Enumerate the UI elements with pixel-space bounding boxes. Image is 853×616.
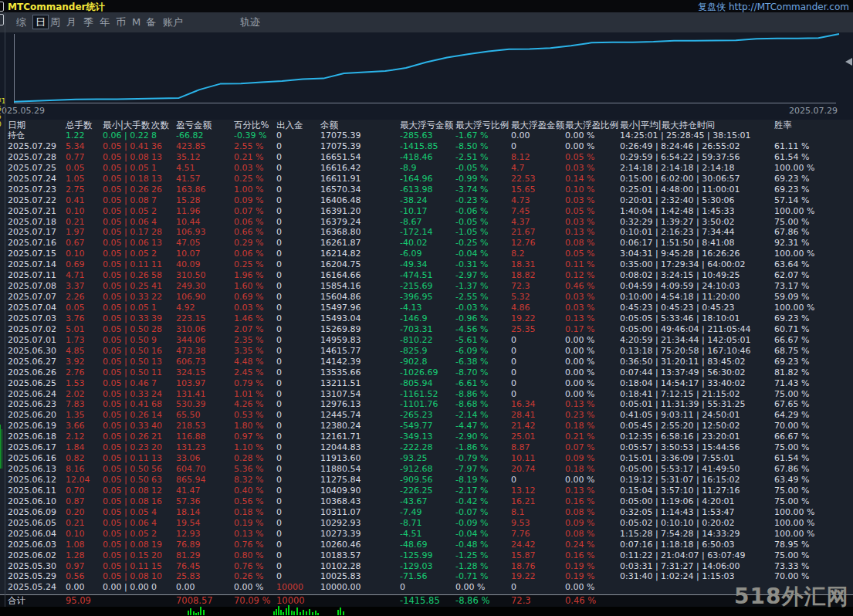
table-row[interactable]: 2025.06.090.200.05 | 0.05418.140.18 %010… bbox=[0, 507, 853, 518]
column-header[interactable]: 胜率 bbox=[774, 120, 853, 130]
menu-item-10[interactable]: 账户 bbox=[161, 15, 184, 29]
table-row[interactable]: 2025.07.171.970.05 | 0.1728106.930.66 %0… bbox=[0, 227, 853, 238]
table-row[interactable]: 持仓1.220.06 | 0.228-66.82-0.39 %017075.39… bbox=[0, 130, 853, 141]
column-header[interactable]: 最小|大手数 bbox=[103, 120, 151, 130]
table-row[interactable]: 2025.07.140.690.05 | 0.111140.090.25 %01… bbox=[0, 259, 853, 270]
table-row[interactable]: 2025.06.237.830.05 | 0.4168530.394.26 %0… bbox=[0, 399, 853, 410]
column-header[interactable]: 百分比% bbox=[234, 120, 276, 130]
table-cell: 0.00 bbox=[66, 582, 103, 593]
table-row[interactable]: 2025.07.295.340.05 | 0.4136423.852.55 %0… bbox=[0, 141, 853, 152]
menu-item-7[interactable]: 币 bbox=[114, 15, 127, 29]
table-row[interactable]: 2025.07.280.770.05 | 0.081335.120.21 %01… bbox=[0, 152, 853, 163]
table-row[interactable]: 2025.07.150.100.05 | 0.05210.070.06 %016… bbox=[0, 249, 853, 259]
table-cell: 0.05 | 0.50 bbox=[103, 346, 151, 357]
table-cell: 4.71 bbox=[66, 270, 103, 281]
table-row[interactable]: 2025.06.251.530.05 | 0.467103.970.79 %01… bbox=[0, 378, 853, 389]
table-row[interactable]: 2025.06.050.210.05 | 0.06419.540.19 %010… bbox=[0, 518, 853, 529]
table-row[interactable]: 2025.07.040.050.05 | 0.0514.920.03 %0154… bbox=[0, 303, 853, 313]
table-cell: -1415.85 bbox=[400, 595, 455, 607]
table-row[interactable]: 2025.07.180.210.05 | 0.06410.440.06 %016… bbox=[0, 217, 853, 228]
table-row[interactable]: 2025.06.1212.040.05 | 0.5063865.948.32 %… bbox=[0, 475, 853, 486]
table-cell: 16570.34 bbox=[320, 184, 400, 195]
table-cell: 4.85 bbox=[66, 346, 103, 357]
menu-item-6[interactable]: 年 bbox=[98, 15, 111, 29]
table-cell: 0:03:31 | 7:31:27 | 14:06:00 bbox=[620, 561, 774, 572]
column-header[interactable]: 出入金 bbox=[276, 120, 320, 130]
table-cell: 5.36 % bbox=[234, 464, 276, 475]
table-row[interactable]: 2025.07.250.050.05 | 0.0514.510.03 %0166… bbox=[0, 163, 853, 174]
table-cell bbox=[151, 595, 176, 607]
volume-bar bbox=[188, 611, 189, 615]
table-row[interactable]: 2025.07.114.710.05 | 0.2658310.501.96 %0… bbox=[0, 270, 853, 281]
menu-item-2[interactable]: 日 bbox=[32, 15, 49, 29]
table-row[interactable]: 2025.05.290.560.05 | 0.081025.830.26 %01… bbox=[0, 571, 853, 582]
table-row[interactable]: 2025.06.242.020.05 | 0.3324131.411.01 %0… bbox=[0, 389, 853, 400]
table-row[interactable]: 2025.06.160.820.05 | 0.111333.060.28 %01… bbox=[0, 453, 853, 464]
table-row[interactable]: 2025.06.262.760.05 | 0.5011324.152.45 %0… bbox=[0, 367, 853, 378]
menu-item-5[interactable]: 季 bbox=[82, 15, 95, 29]
column-header[interactable]: 最大浮盈金额 bbox=[511, 120, 565, 130]
table-row[interactable]: 2025.05.300.970.05 | 0.111576.450.76 %01… bbox=[0, 561, 853, 572]
column-header[interactable]: 日期 bbox=[8, 120, 66, 130]
total-row[interactable]: 合计95.097008.5770.09 %10000-1415.85-8.86 … bbox=[0, 595, 853, 607]
column-header[interactable]: 最大浮亏比例 bbox=[455, 120, 511, 130]
column-header[interactable]: 最大浮亏金额 bbox=[400, 120, 455, 130]
table-cell: 21 bbox=[151, 432, 176, 442]
table-cell: 530.39 bbox=[176, 399, 234, 410]
column-header[interactable]: 最小|平均|最大持仓时间 bbox=[620, 120, 774, 130]
table-cell: 5.34 bbox=[66, 141, 103, 152]
table-row[interactable]: 2025.07.241.050.05 | 0.181341.570.25 %01… bbox=[0, 174, 853, 184]
menu-item-1[interactable]: 综 bbox=[15, 15, 28, 29]
column-header[interactable]: 最大浮盈比例 bbox=[565, 120, 620, 130]
table-cell: 0 bbox=[276, 550, 320, 561]
table-row[interactable]: 2025.07.072.260.05 | 0.3322106.900.69 %0… bbox=[0, 292, 853, 303]
table-row[interactable]: 2025.06.110.700.05 | 0.081241.470.40 %01… bbox=[0, 486, 853, 496]
table-cell: 33.06 bbox=[176, 453, 234, 464]
table-row[interactable]: 2025.07.083.370.05 | 0.2541249.301.60 %0… bbox=[0, 281, 853, 292]
menu-item-8[interactable]: M bbox=[130, 15, 142, 29]
table-row[interactable]: 2025.06.201.350.05 | 0.261465.500.53 %01… bbox=[0, 410, 853, 421]
table-row[interactable]: 2025.07.033.760.05 | 0.3339223.151.46 %0… bbox=[0, 313, 853, 324]
table-cell: 2025.06.17 bbox=[8, 442, 66, 453]
mtcommander-stats-window: MTCommander统计 复盘侠 http://MTCommander.com… bbox=[0, 0, 853, 616]
table-cell: 11 bbox=[151, 259, 176, 270]
menu-item-3[interactable]: 周 bbox=[49, 15, 62, 29]
table-row[interactable]: 2025.06.040.100.05 | 0.05212.930.13 %010… bbox=[0, 529, 853, 540]
table-row[interactable]: 2025.06.171.840.05 | 0.2320131.231.10 %0… bbox=[0, 442, 853, 453]
table-row[interactable]: 2025.07.220.410.05 | 0.08715.280.09 %016… bbox=[0, 195, 853, 206]
table-row[interactable]: 2025.06.193.660.05 | 0.3340218.531.80 %0… bbox=[0, 421, 853, 432]
table-row[interactable]: 2025.06.273.920.05 | 0.5013606.734.48 %0… bbox=[0, 357, 853, 367]
table-row[interactable]: 2025.07.011.730.05 | 0.509344.062.35 %01… bbox=[0, 335, 853, 346]
column-header[interactable]: 总手数 bbox=[66, 120, 103, 130]
table-cell: 0 bbox=[511, 582, 565, 593]
table-cell: 13 bbox=[151, 174, 176, 184]
table-cell: 0.17 % bbox=[565, 324, 620, 335]
table-cell: 20.74 bbox=[511, 464, 565, 475]
menu-item-4[interactable]: 月 bbox=[65, 15, 78, 29]
table-row[interactable]: 2025.06.021.280.05 | 0.152081.290.80 %01… bbox=[0, 550, 853, 561]
table-cell: 1.46 % bbox=[234, 313, 276, 324]
table-cell: 0.05 % bbox=[565, 152, 620, 163]
table-row[interactable]: 2025.06.031.080.05 | 0.081976.890.76 %01… bbox=[0, 540, 853, 550]
table-cell: 0.07 % bbox=[234, 206, 276, 217]
column-header[interactable]: 盈亏金额 bbox=[176, 120, 234, 130]
table-row[interactable]: 2025.06.138.160.05 | 0.5056604.705.36 %0… bbox=[0, 464, 853, 475]
table-cell: 69.23 % bbox=[774, 313, 853, 324]
table-cell: 0 bbox=[276, 206, 320, 217]
table-cell: 15.65 bbox=[511, 184, 565, 195]
column-header[interactable]: 余额 bbox=[320, 120, 400, 130]
column-header[interactable]: 次数 bbox=[151, 120, 176, 130]
table-row[interactable]: 2025.07.160.670.05 | 0.061347.050.29 %01… bbox=[0, 238, 853, 249]
table-cell: -1.28 % bbox=[455, 561, 511, 572]
table-row[interactable]: 2025.06.304.850.05 | 0.5016473.383.35 %0… bbox=[0, 346, 853, 357]
table-row[interactable]: 2025.07.232.750.05 | 0.2626163.861.00 %0… bbox=[0, 184, 853, 195]
table-row[interactable]: 2025.07.210.100.05 | 0.05211.960.07 %016… bbox=[0, 206, 853, 217]
volume-bar bbox=[315, 611, 316, 615]
table-row[interactable]: 2025.06.100.870.05 | 0.081657.360.56 %01… bbox=[0, 496, 853, 507]
menu-item-9[interactable]: 备 bbox=[144, 15, 157, 29]
table-row[interactable]: 2025.05.240.000.00 | 0.0000.000.00 %1000… bbox=[0, 582, 853, 593]
table-row[interactable]: 2025.07.025.010.05 | 0.5028310.062.07 %0… bbox=[0, 324, 853, 335]
menu-item-11[interactable]: 轨迹 bbox=[239, 15, 262, 29]
table-row[interactable]: 2025.06.182.120.05 | 0.2621116.880.97 %0… bbox=[0, 432, 853, 442]
table-cell: -38.24 bbox=[400, 195, 455, 206]
